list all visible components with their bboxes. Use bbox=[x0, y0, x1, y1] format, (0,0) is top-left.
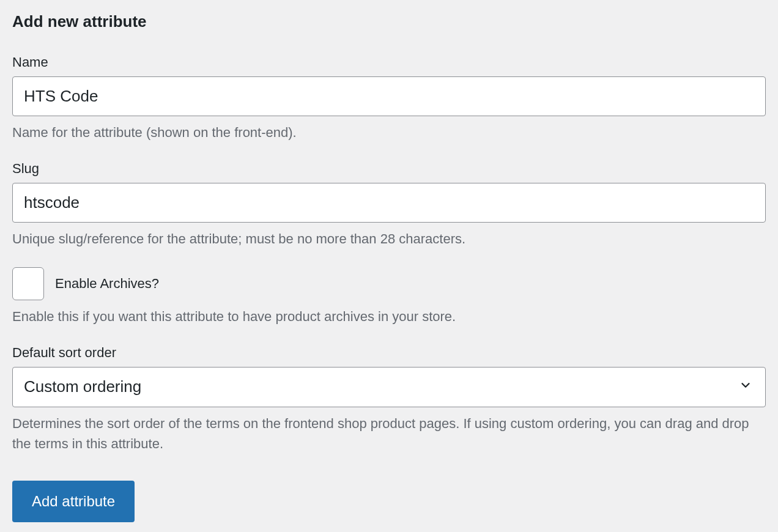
slug-input[interactable] bbox=[12, 183, 766, 223]
archives-checkbox-row: Enable Archives? bbox=[12, 267, 766, 300]
add-attribute-button[interactable]: Add attribute bbox=[12, 481, 135, 522]
slug-field-group: Slug Unique slug/reference for the attri… bbox=[12, 161, 766, 249]
slug-label: Slug bbox=[12, 161, 766, 177]
sort-order-select-wrapper: Custom ordering bbox=[12, 367, 766, 407]
sort-order-label: Default sort order bbox=[12, 345, 766, 361]
sort-order-select[interactable]: Custom ordering bbox=[12, 367, 766, 407]
sort-order-field-group: Default sort order Custom ordering Deter… bbox=[12, 345, 766, 453]
name-input[interactable] bbox=[12, 76, 766, 116]
name-field-group: Name Name for the attribute (shown on th… bbox=[12, 54, 766, 142]
archives-help-text: Enable this if you want this attribute t… bbox=[12, 306, 766, 327]
form-title: Add new attribute bbox=[12, 12, 766, 31]
name-label: Name bbox=[12, 54, 766, 70]
add-attribute-form: Add new attribute Name Name for the attr… bbox=[12, 12, 766, 522]
enable-archives-checkbox[interactable] bbox=[12, 267, 44, 300]
archives-field-group: Enable Archives? Enable this if you want… bbox=[12, 267, 766, 327]
name-help-text: Name for the attribute (shown on the fro… bbox=[12, 122, 766, 142]
archives-label: Enable Archives? bbox=[55, 276, 159, 292]
slug-help-text: Unique slug/reference for the attribute;… bbox=[12, 229, 766, 249]
sort-order-help-text: Determines the sort order of the terms o… bbox=[12, 413, 766, 454]
